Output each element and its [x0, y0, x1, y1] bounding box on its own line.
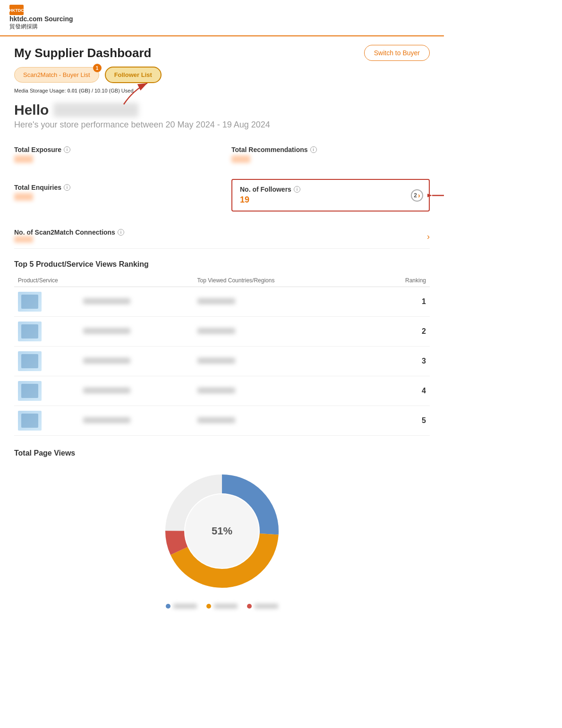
legend-dot-blue	[166, 604, 170, 609]
legend-item-3	[247, 604, 278, 609]
followers-value: 19	[240, 195, 421, 205]
followers-container: No. of Followers i 19 2 ›	[231, 179, 430, 212]
legend-item-2	[206, 604, 238, 609]
legend-dot-orange	[206, 604, 211, 609]
legend-item-1	[166, 604, 197, 609]
site-name: hktdc.com Sourcing	[9, 15, 73, 23]
product-thumbnail	[18, 411, 42, 431]
table-row: 2	[14, 317, 430, 347]
hello-text: Hello	[14, 102, 49, 118]
connections-value-blurred	[14, 236, 33, 243]
info-icon-followers[interactable]: i	[294, 186, 300, 193]
product-thumbnail	[18, 322, 42, 341]
recommendations-value	[231, 155, 430, 165]
col-product: Product/Service	[14, 274, 194, 287]
country-cell	[194, 287, 371, 317]
product-thumb-cell	[14, 376, 79, 406]
col-countries: Top Viewed Countries/Regions	[194, 274, 371, 287]
donut-center-percent: 51%	[212, 525, 232, 537]
stat-total-exposure: Total Exposure i	[14, 141, 213, 169]
product-name-blurred	[83, 328, 130, 334]
ranking-title: Top 5 Product/Service Views Ranking	[14, 260, 430, 269]
connections-left: No. of Scan2Match Connections i	[14, 229, 124, 245]
scan2match-connections-row: No. of Scan2Match Connections i ›	[14, 225, 430, 249]
hello-section: Hello Here's your store performance betw…	[14, 102, 430, 130]
pageviews-section: Total Page Views 51%	[14, 449, 430, 609]
logo-area: HKTDC hktdc.com Sourcing 貿發網採購	[9, 5, 73, 31]
product-thumb-cell	[14, 317, 79, 347]
stat-total-enquiries: Total Enquiries i	[14, 179, 213, 212]
product-thumbnail	[18, 351, 42, 371]
info-icon-exposure[interactable]: i	[64, 146, 70, 153]
product-name-blurred	[83, 388, 130, 393]
country-blurred	[197, 328, 235, 334]
annotation-arrow-followers	[427, 181, 444, 210]
stats-grid: Total Exposure i Total Recommendations i…	[14, 141, 430, 212]
svg-text:HKTDC: HKTDC	[9, 8, 24, 13]
main-content: My Supplier Dashboard Switch to Buyer Sc…	[0, 36, 444, 626]
stat-followers: No. of Followers i 19 2 ›	[231, 179, 430, 212]
followers-badge: 2 ›	[411, 189, 423, 202]
info-icon-connections[interactable]: i	[118, 229, 124, 236]
donut-chart: 51%	[156, 465, 288, 597]
product-name-blurred	[83, 358, 130, 364]
storage-info: Media Storage Usage: 0.01 (GB) / 10.10 (…	[14, 88, 430, 93]
legend-dot-red	[247, 604, 252, 609]
product-name-blurred	[83, 417, 130, 423]
logo-top: HKTDC	[9, 5, 73, 15]
legend-label-2-blurred	[214, 604, 238, 609]
country-cell	[194, 406, 371, 436]
info-icon-enquiries[interactable]: i	[64, 184, 70, 191]
rank-cell: 4	[371, 376, 430, 406]
col-ranking: Ranking	[371, 274, 430, 287]
product-thumbnail	[18, 381, 42, 401]
country-blurred	[197, 358, 235, 364]
country-blurred	[197, 417, 235, 423]
tabs-row: Scan2Match - Buyer List 1 Follower List	[14, 67, 430, 83]
product-name-cell	[79, 347, 194, 376]
country-cell	[194, 317, 371, 347]
product-name-blurred	[83, 298, 130, 304]
chevron-right-icon: ›	[418, 192, 420, 199]
exposure-value	[14, 155, 213, 165]
top-row: My Supplier Dashboard Switch to Buyer	[14, 45, 430, 61]
table-row: 4	[14, 376, 430, 406]
country-blurred	[197, 298, 235, 304]
product-thumbnail	[18, 292, 42, 312]
connections-chevron-icon[interactable]: ›	[427, 232, 430, 242]
page-title: My Supplier Dashboard	[14, 46, 151, 60]
product-name-cell	[79, 287, 194, 317]
country-cell	[194, 376, 371, 406]
switch-to-buyer-button[interactable]: Switch to Buyer	[364, 45, 430, 61]
rank-cell: 2	[371, 317, 430, 347]
enquiries-value	[14, 193, 213, 203]
product-thumb-cell	[14, 347, 79, 376]
ranking-section: Top 5 Product/Service Views Ranking Prod…	[14, 260, 430, 436]
ranking-table: Product/Service Top Viewed Countries/Reg…	[14, 274, 430, 436]
rank-cell: 3	[371, 347, 430, 376]
enquiries-value-blurred	[14, 193, 33, 201]
product-thumb-cell	[14, 287, 79, 317]
chart-legend	[166, 604, 278, 609]
hello-line: Hello	[14, 102, 430, 118]
annotation-arrow-tab	[119, 81, 157, 109]
country-cell	[194, 347, 371, 376]
rank-cell: 1	[371, 287, 430, 317]
rank-cell: 5	[371, 406, 430, 436]
stat-total-recommendations: Total Recommendations i	[231, 141, 430, 169]
date-range: Here's your store performance between 20…	[14, 120, 430, 130]
product-name-cell	[79, 317, 194, 347]
legend-label-1-blurred	[173, 604, 197, 609]
table-row: 1	[14, 287, 430, 317]
exposure-value-blurred	[14, 155, 33, 163]
pageviews-title: Total Page Views	[14, 449, 430, 457]
product-name-cell	[79, 406, 194, 436]
product-thumb-cell	[14, 406, 79, 436]
tab-scan2match[interactable]: Scan2Match - Buyer List 1	[14, 67, 99, 83]
chinese-name: 貿發網採購	[9, 23, 73, 31]
country-blurred	[197, 388, 235, 393]
legend-label-3-blurred	[255, 604, 278, 609]
tab1-badge: 1	[93, 64, 102, 72]
info-icon-recommendations[interactable]: i	[310, 146, 317, 153]
recommendations-value-blurred	[231, 155, 250, 163]
